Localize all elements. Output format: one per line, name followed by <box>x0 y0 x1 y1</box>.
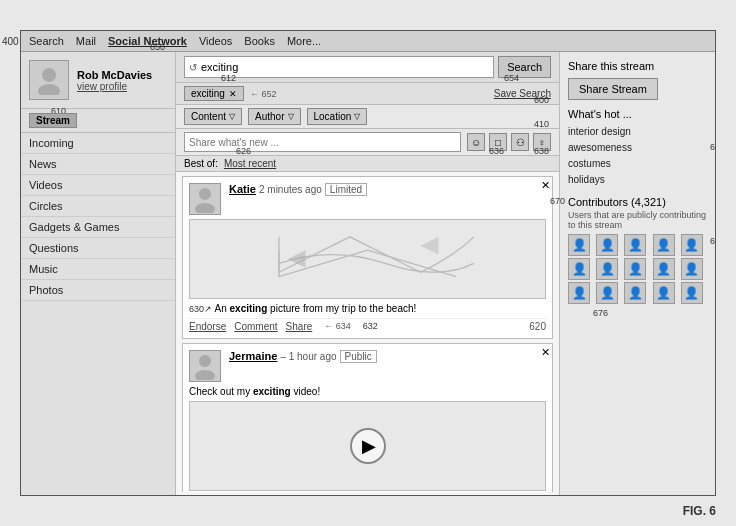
share-stream-button[interactable]: Share Stream <box>568 78 658 100</box>
contributor-avatar-9[interactable]: 👤 <box>653 258 675 280</box>
stream-section: Stream <box>21 109 175 133</box>
stream-badge: Stream <box>29 113 77 128</box>
post-avatar-jermaine <box>189 350 221 382</box>
contributors-title: Contributors (4,321) <box>568 196 707 208</box>
contributors-section: 670 Contributors (4,321) Users that are … <box>568 196 707 304</box>
post-meta-katie: Katie 2 minutes ago Limited <box>229 183 546 195</box>
contributor-avatar-6[interactable]: 👤 <box>568 258 590 280</box>
contributor-avatar-11[interactable]: 👤 <box>568 282 590 304</box>
remove-tag-icon[interactable]: ✕ <box>229 89 237 99</box>
filter-tag-label: exciting <box>191 88 225 99</box>
sidebar-item-music[interactable]: Music <box>21 259 175 280</box>
post-avatar-katie <box>189 183 221 215</box>
best-of-label: Best of: <box>184 158 218 169</box>
hot-item-3[interactable]: holidays <box>568 172 707 188</box>
main-window: Search Mail Social Network Videos Books … <box>20 30 716 496</box>
sidebar: 650 Rob McDavies view profile 610 <box>21 52 176 496</box>
nav-mail[interactable]: Mail <box>76 35 96 47</box>
contributor-avatar-10[interactable]: 👤 <box>681 258 703 280</box>
sort-row: Best of: Most recent 626 636 638 <box>176 156 559 172</box>
link-icon[interactable]: ⚇ <box>511 133 529 151</box>
app-wrapper: 400 Search Mail Social Network Videos Bo… <box>0 0 736 526</box>
contributor-avatar-15[interactable]: 👤 <box>681 282 703 304</box>
contributor-avatar-5[interactable]: 👤 <box>681 234 703 256</box>
author-label: Author <box>255 111 284 122</box>
whats-hot-list: interior design awesomeness 672 costumes… <box>568 124 707 188</box>
contributor-avatar-14[interactable]: 👤 <box>653 282 675 304</box>
post-image-katie <box>189 219 546 299</box>
chevron-down-icon: ▽ <box>229 112 235 121</box>
play-button[interactable]: ▶ <box>350 428 386 464</box>
label-670: 670 <box>550 196 565 206</box>
sidebar-item-questions[interactable]: Questions <box>21 238 175 259</box>
hot-item-1[interactable]: awesomeness 672 <box>568 140 707 156</box>
sidebar-item-videos[interactable]: Videos <box>21 175 175 196</box>
close-icon-katie[interactable]: ✕ <box>541 179 550 192</box>
comment-action-katie[interactable]: Comment <box>234 321 277 332</box>
post-header-jermaine: Jermaine – 1 hour ago Public <box>189 350 546 382</box>
search-input[interactable] <box>201 61 489 73</box>
hot-item-0[interactable]: interior design <box>568 124 707 140</box>
share-input[interactable] <box>184 132 461 152</box>
label-600: 600 <box>534 95 549 105</box>
sidebar-item-circles[interactable]: Circles <box>21 196 175 217</box>
nav-books[interactable]: Books <box>244 35 275 47</box>
view-profile-link[interactable]: view profile <box>77 81 152 92</box>
hot-item-2[interactable]: costumes <box>568 156 707 172</box>
nav-social-network[interactable]: Social Network <box>108 35 187 47</box>
most-recent-sort[interactable]: Most recent <box>224 158 276 169</box>
label-652-arrow: ← 652 <box>250 89 277 99</box>
post-author-jermaine[interactable]: Jermaine <box>229 350 277 362</box>
content-dropdown[interactable]: Content ▽ <box>184 108 242 125</box>
author-dropdown[interactable]: Author ▽ <box>248 108 300 125</box>
text-after-katie: picture from my trip to the beach! <box>267 303 416 314</box>
right-sidebar: 660 Share this stream Share Stream 668 W… <box>560 52 715 496</box>
svg-point-0 <box>42 68 56 82</box>
sidebar-item-label: Incoming <box>29 137 74 149</box>
svg-marker-4 <box>288 250 306 268</box>
sidebar-item-gadgets[interactable]: Gadgets & Games <box>21 217 175 238</box>
sidebar-item-label: Photos <box>29 284 63 296</box>
main-area: 650 Rob McDavies view profile 610 <box>21 52 715 496</box>
label-634: ← 634 <box>324 321 351 332</box>
share-action-katie[interactable]: Share <box>286 321 313 332</box>
sidebar-item-label: News <box>29 158 57 170</box>
sidebar-item-news[interactable]: News <box>21 154 175 175</box>
svg-point-3 <box>195 203 215 213</box>
sidebar-item-incoming[interactable]: Incoming 624 <box>21 133 175 154</box>
user-profile: 650 Rob McDavies view profile 610 <box>21 52 175 109</box>
svg-point-2 <box>199 188 211 200</box>
middle-content: 606 ↺ Search 612 exciting ✕ ← 652 <box>176 52 560 496</box>
contributor-avatar-13[interactable]: 👤 <box>624 282 646 304</box>
filter-tag-exciting[interactable]: exciting ✕ <box>184 86 244 101</box>
chevron-down-icon-3: ▽ <box>354 112 360 121</box>
nav-search[interactable]: Search <box>29 35 64 47</box>
contributors-desc: Users that are publicly contributing to … <box>568 210 707 230</box>
contributor-avatar-3[interactable]: 👤 <box>624 234 646 256</box>
label-630-arrow: 630↗ <box>189 304 215 314</box>
post-author-katie[interactable]: Katie <box>229 183 256 195</box>
contributor-avatar-7[interactable]: 👤 <box>596 258 618 280</box>
nav-videos[interactable]: Videos <box>199 35 232 47</box>
post-time-value-katie: 2 minutes ago <box>259 184 322 195</box>
sidebar-item-label: Music <box>29 263 58 275</box>
text-before-katie: An <box>215 303 230 314</box>
contributor-avatar-2[interactable]: 👤 <box>596 234 618 256</box>
contributor-avatar-8[interactable]: 👤 <box>624 258 646 280</box>
sidebar-item-photos[interactable]: Photos <box>21 280 175 301</box>
location-dropdown[interactable]: Location ▽ <box>307 108 368 125</box>
sidebar-item-label: Questions <box>29 242 79 254</box>
emoji-icon[interactable]: ☺ <box>467 133 485 151</box>
close-icon-jermaine[interactable]: ✕ <box>541 346 550 359</box>
label-676: 676 <box>593 308 608 318</box>
contributor-avatar-1[interactable]: 👤 <box>568 234 590 256</box>
contributor-avatar-12[interactable]: 👤 <box>596 282 618 304</box>
label-632: 632 <box>363 321 378 332</box>
nav-more[interactable]: More... <box>287 35 321 47</box>
endorse-action-katie[interactable]: Endorse <box>189 321 226 332</box>
highlight-katie: exciting <box>230 303 268 314</box>
contributor-avatar-4[interactable]: 👤 <box>653 234 675 256</box>
highlight-jermaine: exciting <box>253 386 291 397</box>
whats-hot-title: What's hot ... <box>568 108 707 120</box>
label-636: 636 <box>489 146 504 156</box>
